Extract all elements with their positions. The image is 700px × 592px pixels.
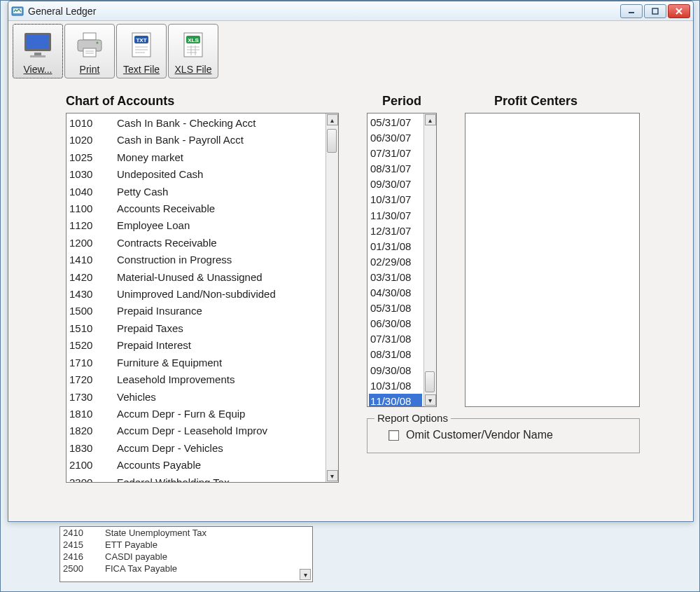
account-row[interactable]: 2410State Unemployment Tax (60, 527, 312, 539)
period-row[interactable]: 12/31/07 (369, 223, 422, 239)
account-row[interactable]: 1010Cash In Bank - Checking Acct (68, 115, 324, 132)
account-row[interactable]: 1120Employee Loan (68, 217, 324, 234)
account-name: Prepaid Interest (117, 338, 323, 353)
account-code: 1410 (69, 252, 117, 268)
account-row[interactable]: 2100Accounts Payable (68, 457, 324, 474)
account-row[interactable]: 1710Furniture & Equipment (68, 354, 324, 371)
account-row[interactable]: 1020Cash in Bank - Payroll Acct (68, 132, 324, 149)
account-name: Money market (117, 150, 323, 165)
account-name: ETT Payable (105, 539, 158, 550)
account-row[interactable]: 1720Leasehold Improvements (68, 371, 324, 388)
period-row[interactable]: 11/30/07 (369, 208, 422, 223)
period-row[interactable]: 07/31/08 (369, 331, 422, 347)
period-row[interactable]: 08/31/08 (369, 347, 422, 362)
account-row[interactable]: 1520Prepaid Interest (68, 337, 324, 354)
scroll-up-icon[interactable]: ▴ (425, 114, 436, 125)
account-row[interactable]: 2500FICA Tax Payable (60, 563, 312, 574)
text-file-button[interactable]: TXT Text File (116, 24, 167, 78)
account-name: Prepaid Insurance (117, 303, 323, 319)
print-button[interactable]: Print (64, 24, 115, 78)
account-code: 2410 (63, 528, 105, 538)
period-row[interactable]: 02/29/08 (369, 254, 422, 270)
account-row[interactable]: 2416CASDI payable (60, 551, 312, 563)
account-row[interactable]: 1030Undeposited Cash (68, 166, 324, 183)
period-row[interactable]: 04/30/08 (369, 285, 422, 301)
account-name: FICA Tax Payable (105, 563, 177, 574)
accounts-list-below: 2410State Unemployment Tax2415ETT Payabl… (59, 526, 313, 582)
period-row[interactable]: 11/30/08 (369, 394, 422, 406)
account-name: Cash In Bank - Checking Acct (117, 116, 323, 131)
period-row[interactable]: 09/30/07 (369, 177, 422, 192)
account-name: State Unemployment Tax (105, 528, 206, 538)
account-row[interactable]: 1830Accum Depr - Vehicles (68, 440, 324, 457)
omit-customer-vendor-checkbox[interactable] (388, 430, 399, 441)
account-row[interactable]: 1410Construction in Progress (68, 252, 324, 268)
account-row[interactable]: 1100Accounts Receivable (68, 200, 324, 217)
account-name: Accum Depr - Leasehold Improv (117, 423, 323, 439)
profit-centers-listbox[interactable] (465, 113, 640, 407)
period-row[interactable]: 06/30/08 (369, 316, 422, 331)
account-row[interactable]: 1040Petty Cash (68, 184, 324, 200)
account-code: 1040 (69, 184, 117, 200)
scroll-thumb[interactable] (327, 129, 337, 153)
scroll-thumb[interactable] (425, 371, 435, 392)
period-row[interactable]: 07/31/07 (369, 146, 422, 161)
account-name: CASDI payable (105, 551, 167, 562)
account-row[interactable]: 1200Contracts Receivable (68, 235, 324, 252)
account-code: 1025 (69, 150, 117, 165)
period-row[interactable]: 05/31/07 (369, 115, 422, 130)
accounts-scrollbar[interactable]: ▴ ▾ (326, 113, 338, 482)
account-code: 1500 (69, 303, 117, 319)
account-code: 1810 (69, 406, 117, 422)
period-row[interactable]: 10/31/07 (369, 192, 422, 207)
account-row[interactable]: 1810Accum Depr - Furn & Equip (68, 406, 324, 422)
period-listbox[interactable]: 05/31/0706/30/0707/31/0708/31/0709/30/07… (367, 113, 437, 407)
xls-file-button[interactable]: XLS XLS File (168, 24, 218, 78)
period-row[interactable]: 05/31/08 (369, 301, 422, 316)
period-row[interactable]: 08/31/07 (369, 161, 422, 177)
period-header: Period (367, 94, 437, 109)
minimize-button[interactable] (620, 4, 643, 18)
account-row[interactable]: 2415ETT Payable (60, 539, 312, 551)
account-code: 2100 (69, 457, 117, 473)
account-code: 1030 (69, 167, 117, 182)
accounts-listbox[interactable]: 1010Cash In Bank - Checking Acct1020Cash… (66, 113, 339, 483)
account-row[interactable]: 1025Money market (68, 149, 324, 166)
svg-point-11 (97, 42, 99, 44)
account-code: 1420 (69, 270, 117, 285)
svg-rect-2 (629, 12, 634, 13)
account-row[interactable]: 1430Unimproved Land/Non-subdivided (68, 286, 324, 303)
account-row[interactable]: 1820Accum Depr - Leasehold Improv (68, 422, 324, 439)
chart-of-accounts-header: Chart of Accounts (66, 94, 339, 109)
maximize-button[interactable] (644, 4, 666, 18)
scroll-down-icon[interactable]: ▾ (425, 394, 436, 406)
account-name: Accum Depr - Furn & Equip (117, 406, 323, 422)
account-code: 1710 (69, 355, 117, 371)
period-row[interactable]: 10/31/08 (369, 378, 422, 394)
account-row[interactable]: 1510Prepaid Taxes (68, 320, 324, 337)
account-name: Accounts Payable (117, 457, 323, 473)
view-button[interactable]: View... (13, 24, 63, 78)
omit-customer-vendor-label: Omit Customer/Vendor Name (406, 429, 553, 441)
close-button[interactable] (668, 4, 690, 18)
toolbar: View... Print (8, 21, 693, 81)
period-row[interactable]: 03/31/08 (369, 270, 422, 285)
scroll-down-icon[interactable]: ▾ (327, 470, 338, 481)
account-row[interactable]: 1730Vehicles (68, 389, 324, 406)
account-name: Undeposited Cash (117, 167, 323, 182)
account-code: 2300 (69, 475, 117, 482)
period-scrollbar[interactable]: ▴ ▾ (424, 113, 436, 406)
scroll-down-icon[interactable]: ▾ (300, 569, 311, 580)
txt-file-icon: TXT (118, 27, 164, 64)
account-row[interactable]: 2300Federal Withholding Tax (68, 474, 324, 482)
account-row[interactable]: 1420Material-Unused & Unassigned (68, 269, 324, 286)
period-row[interactable]: 09/30/08 (369, 363, 422, 378)
scroll-up-icon[interactable]: ▴ (327, 114, 338, 125)
account-code: 1820 (69, 423, 117, 439)
period-row[interactable]: 06/30/07 (369, 130, 422, 146)
period-row[interactable]: 01/31/08 (369, 239, 422, 254)
account-name: Construction in Progress (117, 252, 323, 268)
account-row[interactable]: 1500Prepaid Insurance (68, 303, 324, 319)
account-name: Unimproved Land/Non-subdivided (117, 287, 323, 302)
account-name: Employee Loan (117, 218, 323, 233)
